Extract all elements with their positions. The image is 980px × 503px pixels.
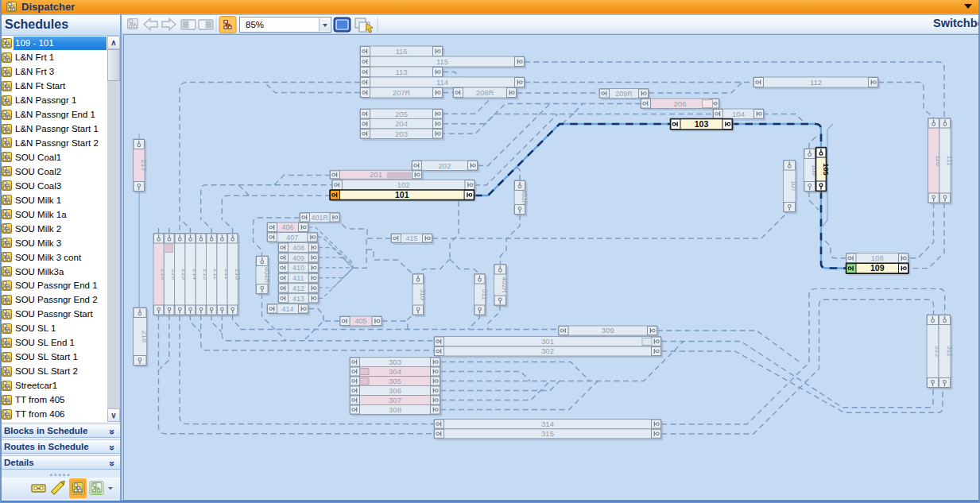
svg-text:306: 306 [389, 386, 401, 395]
svg-text:412: 412 [292, 284, 304, 292]
svg-text:312: 312 [946, 346, 954, 357]
svg-text:203: 203 [395, 130, 408, 138]
svg-text:406: 406 [281, 223, 293, 231]
svg-text:415: 415 [405, 234, 417, 242]
svg-text:202: 202 [439, 161, 451, 170]
svg-text:114: 114 [436, 78, 448, 87]
svg-text:103: 103 [695, 119, 709, 129]
svg-text:218: 218 [141, 331, 149, 342]
svg-text:107: 107 [790, 180, 798, 192]
svg-text:104: 104 [732, 110, 745, 118]
svg-text:205: 205 [395, 110, 408, 118]
svg-text:401R: 401R [311, 214, 328, 222]
svg-text:315: 315 [541, 429, 554, 438]
svg-text:309: 309 [602, 326, 614, 335]
svg-text:302: 302 [541, 346, 554, 355]
svg-text:109: 109 [870, 263, 885, 273]
svg-text:204: 204 [395, 119, 408, 128]
svg-text:414: 414 [281, 305, 293, 313]
svg-text:201: 201 [370, 170, 382, 179]
svg-text:105: 105 [822, 163, 830, 175]
svg-text:115: 115 [436, 57, 448, 66]
svg-text:314: 314 [541, 420, 554, 428]
svg-text:111: 111 [946, 156, 954, 166]
svg-text:108: 108 [871, 253, 884, 262]
svg-text:113: 113 [395, 68, 407, 76]
svg-text:208R: 208R [476, 88, 494, 97]
svg-text:207R: 207R [393, 88, 411, 97]
svg-text:411: 411 [292, 274, 304, 282]
svg-text:410: 410 [292, 264, 304, 272]
svg-text:303: 303 [389, 358, 401, 366]
svg-text:101: 101 [395, 190, 409, 199]
svg-text:116: 116 [395, 47, 407, 56]
svg-text:402R: 402R [501, 277, 509, 292]
svg-text:217: 217 [140, 159, 148, 171]
svg-text:305: 305 [389, 377, 401, 385]
svg-text:311: 311 [481, 289, 489, 300]
svg-text:409: 409 [292, 254, 304, 262]
svg-text:307: 307 [389, 396, 401, 404]
svg-text:404R: 404R [263, 267, 271, 283]
svg-text:206: 206 [674, 99, 687, 108]
svg-text:210: 210 [234, 269, 242, 280]
svg-text:308: 308 [389, 405, 401, 414]
svg-text:304: 304 [389, 367, 401, 376]
svg-text:407: 407 [286, 234, 298, 242]
svg-text:405: 405 [354, 317, 366, 325]
svg-text:403R: 403R [521, 189, 529, 205]
svg-text:413: 413 [292, 295, 304, 303]
svg-text:112: 112 [810, 78, 822, 87]
svg-text:102: 102 [397, 180, 410, 189]
svg-text:408: 408 [292, 244, 304, 252]
svg-text:209R: 209R [615, 90, 633, 98]
svg-text:301: 301 [541, 337, 554, 346]
svg-text:310: 310 [419, 288, 427, 300]
